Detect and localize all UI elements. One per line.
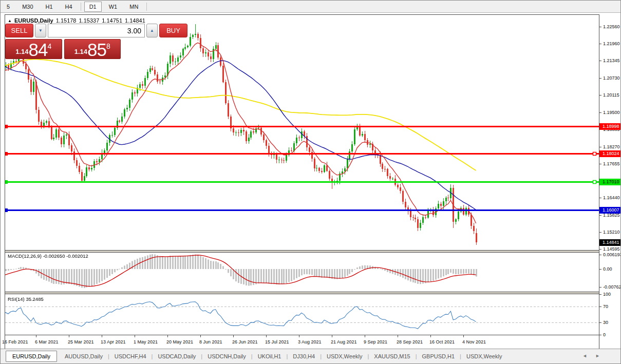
price-line-badge: 1.18998	[599, 123, 620, 130]
ohlc-low: 1.14751	[102, 17, 122, 24]
sell-price-prefix: 1.14	[15, 48, 28, 55]
date-axis-label: 3 Aug 2021	[298, 339, 322, 344]
tab-scroll-right-icon[interactable]: ►	[595, 353, 600, 358]
chart-tab-usdx-weekly[interactable]: USDX,Weekly	[322, 351, 367, 361]
date-axis-label: 9 Sep 2021	[364, 339, 387, 344]
one-click-trading-panel: SELL ▼ ▲ BUY 1.14 84 4 1.14 85 8	[5, 24, 121, 59]
buy-price-prefix: 1.14	[74, 48, 87, 55]
timeframe-toolbar: 5M30H1H4D1W1MN	[1, 1, 620, 13]
volume-increase-button[interactable]: ▲	[146, 24, 158, 37]
buy-price-big: 85	[87, 41, 106, 58]
timeframe-button-5[interactable]: 5	[2, 2, 15, 12]
price-line-badge: 1.18024	[599, 150, 620, 157]
rsi-label: RSI(14) 35.2485	[8, 296, 44, 302]
sell-button[interactable]: SELL	[5, 24, 33, 37]
price-axis-tick: 1.16440	[599, 195, 620, 201]
chart-tab-usdchf-h4[interactable]: USDCHF,H4	[110, 351, 151, 361]
price-axis-tick: 1.19500	[599, 110, 620, 116]
mt4-terminal-window: 5M30H1H4D1W1MN ▲ EURUSD,Daily 1.15178 1.…	[0, 0, 621, 364]
volume-input[interactable]	[48, 24, 145, 37]
price-axis-tick: 1.21960	[599, 41, 620, 47]
chart-tab-usdx-weekly[interactable]: USDX,Weekly	[462, 351, 506, 361]
price-axis-tick: 1.20115	[599, 92, 619, 98]
price-axis[interactable]: 1.225601.219601.213451.207301.201151.195…	[599, 14, 620, 338]
rsi-axis-tick: 0	[599, 332, 606, 338]
chart-tab-gbpusd-h1[interactable]: GBPUSD,H1	[418, 351, 460, 361]
macd-axis-tick: -0.00762	[599, 284, 621, 290]
date-axis-label: 16 Feb 2021	[2, 339, 28, 344]
date-axis-label: 4 Nov 2021	[462, 339, 486, 344]
timeframe-button-d1[interactable]: D1	[84, 2, 102, 12]
chart-tab-audusd-daily[interactable]: AUDUSD,Daily	[60, 351, 107, 361]
date-axis-label: 28 Sep 2021	[397, 339, 423, 344]
buy-price-sup: 8	[106, 42, 110, 50]
macd-values: -0.002650 -0.002012	[43, 253, 88, 259]
date-axis-label: 20 May 2021	[166, 339, 193, 344]
ohlc-high: 1.15337	[79, 17, 99, 24]
price-axis-tick: 1.15210	[599, 229, 620, 235]
timeframe-button-m30[interactable]: M30	[17, 2, 38, 12]
timeframe-button-h1[interactable]: H1	[41, 2, 58, 12]
price-line-badge: 1.16007	[599, 207, 620, 214]
toolbar-separator	[146, 3, 147, 11]
date-axis-label: 8 Jun 2021	[199, 339, 222, 344]
price-axis-tick: 1.18270	[599, 144, 620, 150]
price-axis-tick: 1.21345	[599, 58, 620, 64]
date-axis-label: 15 Jul 2021	[265, 339, 289, 344]
date-axis-label: 6 Mar 2021	[35, 339, 59, 344]
rsi-axis-tick: 30	[599, 320, 608, 325]
collapse-triangle-icon[interactable]: ▲	[8, 18, 12, 23]
macd-axis-tick: 0.006193	[599, 252, 621, 258]
price-axis-tick: 1.20730	[599, 75, 620, 81]
sell-quote-box[interactable]: 1.14 84 4	[5, 39, 62, 59]
price-line-badge: 1.14841	[599, 239, 620, 246]
chart-symbol-label: EURUSD,Daily	[14, 17, 53, 24]
sell-price-big: 84	[29, 41, 48, 58]
timeframe-button-h4[interactable]: H4	[60, 2, 78, 12]
chart-title: ▲ EURUSD,Daily 1.15178 1.15337 1.14751 1…	[8, 17, 145, 24]
date-axis-label: 21 Aug 2021	[331, 339, 357, 344]
tab-scroll-left-icon[interactable]: ◄	[582, 353, 587, 358]
timeframe-button-w1[interactable]: W1	[104, 2, 123, 12]
price-axis-tick: 1.22560	[599, 24, 620, 30]
ohlc-open: 1.15178	[56, 17, 77, 24]
chart-tab-dj30-h4[interactable]: DJ30,H4	[288, 351, 319, 361]
chart-tab-ukoil-h1[interactable]: UKOil,H1	[253, 351, 286, 361]
buy-button[interactable]: BUY	[159, 24, 187, 37]
toolbar-separator	[81, 3, 81, 11]
buy-quote-box[interactable]: 1.14 85 8	[64, 39, 121, 59]
chart-tab-usdcnh-daily[interactable]: USDCNH,Daily	[203, 351, 251, 361]
volume-decrease-button[interactable]: ▼	[35, 24, 46, 37]
price-line-badge: 1.17010	[599, 179, 620, 185]
date-axis-label: 25 Mar 2021	[68, 339, 94, 344]
chart-tab-eurusd-daily[interactable]: EURUSD,Daily	[6, 351, 57, 362]
rsi-value: 35.2485	[26, 296, 43, 302]
chart-tab-bar: EURUSD,DailyAUDUSD,Daily|USDCHF,H4|USDCA…	[1, 349, 620, 363]
macd-axis-tick: 0.00	[599, 266, 612, 272]
macd-label: MACD(12,26,9) -0.002650 -0.002012	[8, 253, 88, 259]
date-axis-label: 13 Apr 2021	[101, 339, 126, 344]
price-chart-canvas[interactable]	[5, 15, 599, 338]
chart-tab-xauusd-m15[interactable]: XAUUSD,M15	[369, 351, 415, 361]
rsi-axis-tick: 100	[599, 292, 611, 297]
chart-tab-usdcad-daily[interactable]: USDCAD,Daily	[153, 351, 200, 361]
date-axis-label: 16 Oct 2021	[429, 339, 455, 344]
sell-price-sup: 4	[47, 42, 51, 50]
price-axis-tick: 1.17655	[599, 161, 620, 167]
rsi-axis-tick: 70	[599, 304, 608, 310]
ohlc-close: 1.14841	[125, 17, 145, 24]
date-axis-label: 1 May 2021	[134, 339, 158, 344]
date-axis[interactable]: 16 Feb 20216 Mar 202125 Mar 202113 Apr 2…	[5, 338, 599, 348]
date-axis-label: 26 Jun 2021	[232, 339, 258, 344]
timeframe-button-mn[interactable]: MN	[124, 2, 143, 12]
